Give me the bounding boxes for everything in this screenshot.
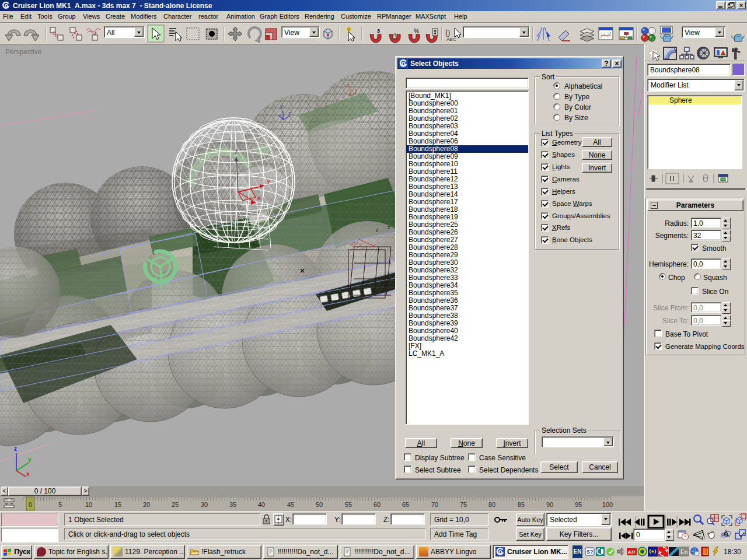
svg-text:5: 5: [58, 501, 62, 508]
svg-text:30: 30: [201, 501, 208, 508]
svg-text:z: z: [347, 82, 350, 88]
svg-text:80: 80: [488, 501, 495, 508]
svg-text:x: x: [26, 471, 30, 477]
svg-text:35: 35: [229, 501, 236, 508]
svg-text:70: 70: [431, 501, 438, 508]
svg-text:15: 15: [114, 501, 121, 508]
svg-text:3: 3: [377, 28, 380, 34]
svg-text:95: 95: [575, 501, 582, 508]
svg-text:75: 75: [460, 501, 467, 508]
svg-text:45: 45: [287, 501, 294, 508]
svg-text:100: 100: [602, 501, 613, 508]
svg-text:y: y: [267, 177, 270, 184]
svg-text:{}: {}: [445, 28, 451, 37]
svg-text:55: 55: [345, 501, 352, 508]
svg-text:S?: S?: [587, 549, 594, 555]
svg-text:65: 65: [402, 501, 409, 508]
svg-text:z: z: [388, 225, 390, 230]
svg-text:10: 10: [85, 501, 92, 508]
svg-text:z: z: [14, 446, 17, 452]
svg-text:90: 90: [546, 501, 553, 508]
svg-text:%: %: [414, 28, 419, 34]
svg-text:y: y: [355, 87, 358, 93]
svg-text:z: z: [376, 227, 379, 233]
svg-text:50: 50: [316, 501, 323, 508]
svg-text:x: x: [288, 110, 291, 116]
svg-text:y: y: [28, 456, 32, 463]
svg-text:ATI: ATI: [627, 550, 636, 555]
svg-text:y: y: [280, 103, 283, 109]
svg-text:85: 85: [518, 501, 525, 508]
svg-text:0: 0: [29, 501, 32, 508]
svg-text:60: 60: [374, 501, 381, 508]
svg-text:40: 40: [258, 501, 265, 508]
svg-text:En: En: [680, 549, 687, 555]
svg-text:z: z: [235, 149, 238, 155]
svg-text:ABC: ABC: [446, 37, 456, 42]
svg-text:25: 25: [172, 501, 179, 508]
svg-text:20: 20: [143, 501, 150, 508]
svg-text:x: x: [257, 194, 261, 201]
